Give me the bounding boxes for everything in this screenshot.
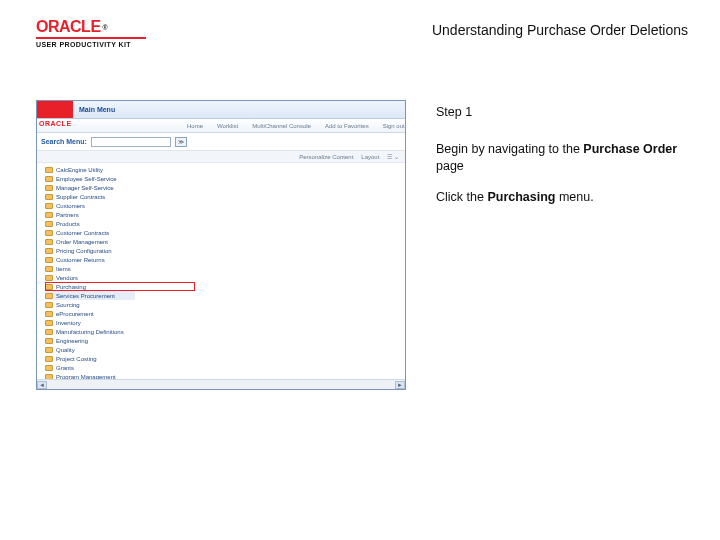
tree-item-label: Services Procurement	[56, 293, 115, 299]
folder-icon	[45, 248, 53, 254]
tree-item-label: Products	[56, 221, 80, 227]
tree-item[interactable]: Pricing Configuration	[45, 246, 405, 255]
oracle-logo-tm: ®	[103, 24, 108, 31]
search-go-button[interactable]: ≫	[175, 137, 187, 147]
tree-item[interactable]: Supplier Contracts	[45, 192, 405, 201]
tree-item-label: Employee Self-Service	[56, 176, 117, 182]
tree-item-label: Supplier Contracts	[56, 194, 105, 200]
tree-item[interactable]: Products	[45, 219, 405, 228]
folder-icon	[45, 293, 53, 299]
oracle-logo-block: ORACLE® USER PRODUCTIVITY KIT	[36, 18, 156, 48]
tree-item-label: Engineering	[56, 338, 88, 344]
tree-item[interactable]: CalcEngine Utility	[45, 165, 405, 174]
screenshot-tab[interactable]: Add to Favorites	[325, 123, 369, 129]
intro-prefix: Begin by navigating to the	[436, 142, 583, 156]
folder-icon	[45, 311, 53, 317]
tree-item[interactable]: Manufacturing Definitions	[45, 327, 405, 336]
tree-item[interactable]: Grants	[45, 363, 405, 372]
tree-item[interactable]: Customer Contracts	[45, 228, 405, 237]
tree-item-label: eProcurement	[56, 311, 94, 317]
instructions-panel: Step 1 Begin by navigating to the Purcha…	[436, 100, 690, 390]
screenshot-content-bar: Personalize ContentLayout☰ ⌄	[37, 151, 405, 163]
search-menu-label: Search Menu:	[41, 138, 87, 145]
content-bar-item[interactable]: Personalize Content	[299, 154, 353, 160]
tree-item[interactable]: eProcurement	[45, 309, 405, 318]
intro-bold: Purchase Order	[583, 142, 677, 156]
action-prefix: Click the	[436, 190, 487, 204]
screenshot-tabs: HomeWorklistMultiChannel ConsoleAdd to F…	[37, 119, 405, 133]
screenshot-side-brand: ORACLE	[39, 120, 72, 127]
tree-item[interactable]: Order Management	[45, 237, 405, 246]
content-bar-item[interactable]: ☰ ⌄	[387, 153, 399, 160]
tree-item-label: Items	[56, 266, 71, 272]
tree-item[interactable]: Items	[45, 264, 405, 273]
tree-item[interactable]: Engineering	[45, 336, 405, 345]
tree-item[interactable]: Quality	[45, 345, 405, 354]
tree-item-label: Project Costing	[56, 356, 97, 362]
folder-icon	[45, 266, 53, 272]
instruction-line-1: Begin by navigating to the Purchase Orde…	[436, 141, 690, 175]
folder-icon	[45, 338, 53, 344]
tree-item[interactable]: Customers	[45, 201, 405, 210]
tree-item[interactable]: Inventory	[45, 318, 405, 327]
folder-icon	[45, 365, 53, 371]
oracle-logo: ORACLE®	[36, 18, 156, 36]
logo-divider	[36, 37, 146, 39]
screenshot-tree: CalcEngine UtilityEmployee Self-ServiceM…	[37, 163, 405, 379]
folder-icon	[45, 284, 53, 290]
upk-subtitle: USER PRODUCTIVITY KIT	[36, 41, 156, 48]
folder-icon	[45, 320, 53, 326]
scroll-right-icon[interactable]: ►	[395, 381, 405, 389]
folder-icon	[45, 230, 53, 236]
tree-item-label: Manufacturing Definitions	[56, 329, 124, 335]
main-menu-label[interactable]: Main Menu	[79, 106, 115, 113]
tree-item[interactable]: Customer Returns	[45, 255, 405, 264]
tree-item[interactable]: Services Procurement	[45, 291, 135, 300]
intro-suffix: page	[436, 159, 464, 173]
tree-item-label: Pricing Configuration	[56, 248, 112, 254]
folder-icon	[45, 194, 53, 200]
oracle-logo-text: ORACLE	[36, 18, 101, 36]
folder-icon	[45, 356, 53, 362]
folder-icon	[45, 239, 53, 245]
tree-item-label: Order Management	[56, 239, 108, 245]
tree-item[interactable]: Employee Self-Service	[45, 174, 405, 183]
screenshot-topbar: Main Menu	[37, 101, 405, 119]
screenshot-tab[interactable]: Worklist	[217, 123, 238, 129]
page-title: Understanding Purchase Order Deletions	[432, 18, 688, 38]
folder-icon	[45, 185, 53, 191]
tree-item-label: Sourcing	[56, 302, 80, 308]
screenshot-brandbar	[37, 101, 73, 118]
tree-item-label: Partners	[56, 212, 79, 218]
tree-item-label: Customers	[56, 203, 85, 209]
folder-icon	[45, 347, 53, 353]
search-input[interactable]	[91, 137, 171, 147]
content-bar-item[interactable]: Layout	[361, 154, 379, 160]
tree-item-label: Purchasing	[56, 284, 86, 290]
screenshot-scrollbar[interactable]: ◄ ►	[37, 379, 405, 389]
tree-item[interactable]: Sourcing	[45, 300, 405, 309]
screenshot-search-row: Search Menu: ≫	[37, 133, 405, 151]
tree-item[interactable]: Project Costing	[45, 354, 405, 363]
tree-item[interactable]: Vendors	[45, 273, 405, 282]
app-screenshot: Main Menu HomeWorklistMultiChannel Conso…	[36, 100, 406, 390]
tree-item-purchasing[interactable]: Purchasing	[45, 282, 195, 291]
folder-icon	[45, 221, 53, 227]
tree-item[interactable]: Manager Self-Service	[45, 183, 405, 192]
screenshot-tab[interactable]: Home	[187, 123, 203, 129]
folder-icon	[45, 212, 53, 218]
tree-item-label: Grants	[56, 365, 74, 371]
tree-item-label: Vendors	[56, 275, 78, 281]
screenshot-tab[interactable]: Sign out	[383, 123, 405, 129]
tree-item[interactable]: Partners	[45, 210, 405, 219]
folder-icon	[45, 329, 53, 335]
scroll-left-icon[interactable]: ◄	[37, 381, 47, 389]
screenshot-tab[interactable]: MultiChannel Console	[252, 123, 311, 129]
action-suffix: menu.	[555, 190, 593, 204]
tree-item-label: Manager Self-Service	[56, 185, 114, 191]
tree-item-label: Inventory	[56, 320, 81, 326]
tree-item[interactable]: Program Management	[45, 372, 405, 379]
instruction-line-2: Click the Purchasing menu.	[436, 189, 690, 206]
tree-item-label: Quality	[56, 347, 75, 353]
step-label: Step 1	[436, 104, 690, 121]
